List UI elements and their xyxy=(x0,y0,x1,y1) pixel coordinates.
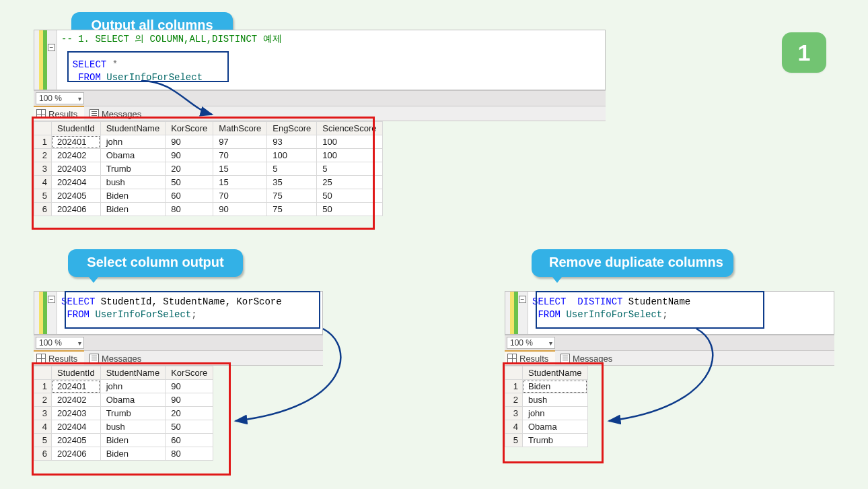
messages-icon xyxy=(89,354,99,363)
editor-gutter: − xyxy=(34,30,57,90)
sql-comment: -- 1. SELECT 의 COLUMN,ALL,DISTINCT 예제 xyxy=(61,34,282,44)
result-highlight-box-top xyxy=(32,117,375,230)
messages-icon xyxy=(560,354,570,363)
grid-icon xyxy=(36,354,46,363)
arrow-sql-to-result-right xyxy=(602,327,737,434)
zoom-bar-top: 100 % xyxy=(34,90,606,106)
grid-icon xyxy=(507,354,517,363)
page-number-badge: 1 xyxy=(782,32,826,73)
editor-gutter: − xyxy=(34,292,57,334)
callout-select-column-output: Select column output xyxy=(68,249,243,277)
zoom-combo[interactable]: 100 % xyxy=(36,92,84,104)
sql-highlight-box-left xyxy=(65,291,320,329)
zoom-combo[interactable]: 100 % xyxy=(507,337,555,349)
arrow-sql-to-result-left xyxy=(229,327,363,434)
callout-remove-duplicates: Remove duplicate columns xyxy=(532,249,733,277)
fold-toggle-icon[interactable]: − xyxy=(519,296,526,303)
fold-toggle-icon[interactable]: − xyxy=(48,296,55,303)
result-highlight-box-left xyxy=(32,362,231,476)
sql-highlight-box-right xyxy=(536,291,764,329)
zoom-combo[interactable]: 100 % xyxy=(36,337,84,349)
arrow-sql-to-result-top xyxy=(135,77,229,125)
editor-gutter: − xyxy=(505,292,528,334)
fold-toggle-icon[interactable]: − xyxy=(48,44,55,51)
result-highlight-box-right xyxy=(503,362,604,463)
